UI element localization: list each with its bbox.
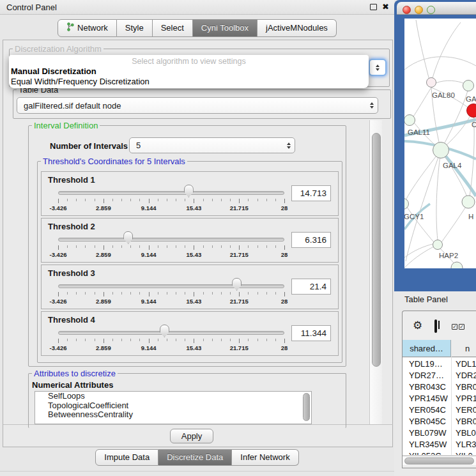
slider-thumb[interactable] (184, 185, 194, 197)
cell-name[interactable]: YBR0 (451, 417, 476, 426)
table-header-row: shared… n (403, 340, 476, 357)
checkbox-icon[interactable]: ✓ (452, 324, 457, 330)
network-node[interactable] (467, 104, 476, 118)
tab-discretize-data[interactable]: Discretize Data (158, 449, 232, 466)
minimize-traffic-light[interactable] (415, 6, 423, 14)
table-horizontal-scrollbar[interactable] (403, 456, 476, 465)
threshold-row: Threshold 1 -3.4262.8599.14415.4321.7152… (41, 171, 339, 216)
attribute-item-betweennesscentrality[interactable]: BetweennessCentrality (35, 410, 311, 420)
cell-shared-name[interactable]: YBR043C (403, 382, 451, 392)
cell-shared-name[interactable]: YDR27… (403, 371, 451, 380)
slider-track[interactable] (58, 191, 284, 195)
control-panel-titlebar: Control Panel ✖ (0, 0, 394, 15)
cell-shared-name[interactable]: YBR045C (403, 417, 451, 426)
network-node-hap2[interactable] (433, 240, 443, 250)
tab-jactivemnodules[interactable]: jActiveMNodules (257, 19, 337, 37)
number-of-intervals-combobox[interactable]: 5 (129, 137, 295, 153)
table-row[interactable]: YBR045CYBR0 (403, 415, 476, 427)
column-header-shared-name[interactable]: shared… (403, 340, 451, 357)
network-node-ga[interactable] (463, 81, 474, 91)
tab-impute-data[interactable]: Impute Data (95, 449, 158, 466)
slider-track[interactable] (58, 238, 284, 242)
slider-thumb[interactable] (232, 278, 242, 291)
threshold-value-field[interactable]: 14.713 (291, 185, 331, 201)
attribute-item-selfloops[interactable]: SelfLoops (35, 392, 311, 401)
threshold-label: Threshold 4 (48, 315, 95, 325)
cell-shared-name[interactable]: YIL052C (403, 451, 451, 456)
cell-shared-name[interactable]: YDL19… (403, 359, 451, 369)
table-row[interactable]: YER054CYER0 (403, 404, 476, 415)
slider-track[interactable] (58, 331, 284, 335)
network-node-h[interactable] (462, 196, 475, 208)
threshold-value-field[interactable]: 6.316 (291, 232, 331, 248)
cell-name[interactable]: YDR2 (451, 371, 476, 380)
tick-label: 9.144 (141, 344, 157, 351)
tick-label: 21.715 (230, 344, 249, 351)
table-row[interactable]: YPR145WYPR1 (403, 392, 476, 404)
cell-name[interactable]: YER0 (451, 405, 476, 415)
gear-icon[interactable]: ⚙ (413, 320, 422, 331)
close-icon[interactable]: ✖ (382, 4, 389, 10)
threshold-value-field[interactable]: 11.344 (291, 325, 331, 341)
tick-label: 28 (281, 344, 288, 351)
column-header-name[interactable]: n (451, 340, 476, 357)
network-node[interactable] (451, 262, 463, 268)
threshold-value-field[interactable]: 21.4 (291, 279, 331, 295)
table-hscrollbar-thumb[interactable] (404, 457, 474, 464)
close-traffic-light[interactable] (403, 6, 411, 14)
cell-name[interactable]: YLR3 (451, 440, 476, 449)
slider-track[interactable] (58, 284, 284, 288)
checkbox-icon[interactable]: ✓ (459, 324, 464, 330)
tab-style[interactable]: Style (117, 19, 153, 37)
algorithm-option-equal-width[interactable]: Equal Width/Frequency Discretization (11, 77, 150, 86)
cell-name[interactable]: YBL0 (451, 428, 476, 438)
table-row[interactable]: YBL079WYBL0 (403, 427, 476, 438)
tick-label: 15.43 (187, 204, 202, 211)
cell-shared-name[interactable]: YER054C (403, 405, 451, 415)
algorithm-option-manual[interactable]: Manual Discretization (11, 66, 96, 76)
slider-thumb[interactable] (160, 325, 169, 337)
table-row[interactable]: YDR27…YDR2 (403, 369, 476, 381)
table-row[interactable]: YDL19…YDL1 (403, 358, 476, 369)
network-node-gal11[interactable] (404, 115, 415, 126)
tab-select[interactable]: Select (153, 19, 193, 37)
thresholds-group-title: Threshold's Coordinates for 5 Intervals (41, 157, 187, 166)
network-node-gcy1[interactable] (404, 199, 409, 210)
cell-shared-name[interactable]: YBL079W (403, 428, 451, 438)
network-node-gal80[interactable] (427, 78, 436, 88)
tick-label: 2.859 (96, 204, 111, 211)
table-row[interactable]: YBR043CYBR0 (403, 381, 476, 392)
slider-tick-labels: -3.4262.8599.14415.4321.71528 (42, 204, 338, 212)
table-row[interactable]: YIL052CYIL0 (403, 450, 476, 455)
cell-name[interactable]: YDL1 (451, 359, 476, 369)
tab-cyni-toolbox[interactable]: Cyni Toolbox (193, 19, 257, 37)
threshold-row: Threshold 2 -3.4262.8599.14415.4321.7152… (41, 218, 339, 263)
network-canvas[interactable]: GAL80GAGAL11GAL4GCY1HHAP2C (404, 19, 476, 268)
tab-infer-network[interactable]: Infer Network (232, 449, 298, 466)
cell-shared-name[interactable]: YLR345W (403, 440, 451, 449)
attributes-list-scrollbar-thumb[interactable] (303, 393, 310, 421)
main-scrollbar-thumb[interactable] (372, 133, 381, 367)
zoom-traffic-light[interactable] (427, 6, 435, 14)
table-row[interactable]: YLR345WYLR3 (403, 438, 476, 450)
tick-label: -3.426 (50, 344, 67, 351)
algorithm-combobox-stepper[interactable] (369, 59, 387, 76)
table-data-combobox[interactable]: galFiltered.sif default node (17, 97, 378, 114)
cell-name[interactable]: YIL0 (451, 451, 476, 456)
network-node-gal4[interactable] (433, 142, 449, 158)
node-label-hap2: HAP2 (439, 252, 458, 259)
main-vertical-scrollbar[interactable] (369, 120, 382, 424)
attribute-item-topologicalcoefficient[interactable]: TopologicalCoefficient (35, 401, 311, 411)
tab-network[interactable]: Network (58, 19, 117, 37)
bottom-tab-bar: Impute DataDiscretize DataInfer Network (0, 449, 394, 466)
split-columns-icon[interactable] (434, 319, 437, 333)
float-window-icon[interactable] (370, 4, 377, 10)
apply-button[interactable]: Apply (170, 429, 213, 443)
tick-label: 28 (281, 204, 288, 211)
cell-name[interactable]: YBR0 (451, 382, 476, 392)
node-label-gal80: GAL80 (432, 91, 455, 99)
cell-shared-name[interactable]: YPR145W (403, 394, 451, 403)
cell-name[interactable]: YPR1 (451, 394, 476, 403)
slider-thumb[interactable] (123, 231, 133, 244)
network-window-titlebar[interactable] (397, 2, 476, 15)
